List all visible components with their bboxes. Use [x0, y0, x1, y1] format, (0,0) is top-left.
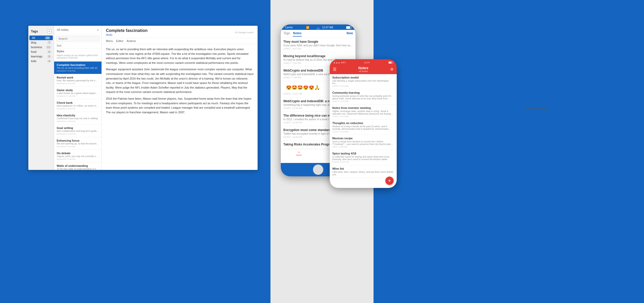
editor-title: Complete fascination [106, 28, 148, 33]
note-item-0[interactable]: Complete fascination The us, so we're pr… [54, 62, 101, 74]
all-notes-label: All notes [57, 28, 69, 32]
gear-icon[interactable]: ⚙ [390, 67, 394, 71]
note-date: 1/16/17 11:40 AM [332, 100, 394, 102]
sidebar-item-count: 4 [47, 60, 51, 63]
note-date: 05/16/2017 6:28 PM [57, 133, 99, 135]
sidebar: Tags + All 33 blog 7 business 11 food 6 … [28, 26, 54, 170]
hamburger-icon[interactable]: ☰ [333, 67, 336, 72]
sidebar-item-label: todo [31, 59, 36, 63]
notes-bottom-icon[interactable]: ≡ Notes [296, 151, 302, 156]
menu-item-menu[interactable]: Menu [106, 39, 113, 42]
note-title: Community learning [332, 91, 394, 94]
phone-right-note-0[interactable]: Subscription model Like develop a single… [330, 74, 397, 89]
menu-item-editor[interactable]: Editor [116, 39, 124, 42]
note-preview: A also known as a game where players or [57, 92, 99, 94]
editor-meta: Complete fascination #todo All changes s… [106, 28, 253, 36]
note-preview: During particular group of cells that ca… [332, 95, 394, 100]
note-date: 05/16/2017 6:28 PM [57, 120, 99, 123]
phone-right-title: Notes [358, 66, 368, 70]
phone-right: ▲▲▲ WiFi 12:07 ☰ Notes All Notes ⚙ Subsc… [330, 59, 397, 188]
add-tag-button[interactable]: + [47, 29, 51, 33]
sidebar-item-label: business [31, 46, 42, 49]
phone-right-note-6[interactable]: Wine list Little wine, beer, sangria, sh… [330, 165, 397, 178]
note-title: Check bank [57, 101, 99, 104]
phone-right-note-1[interactable]: Community learning During particular gro… [330, 89, 397, 105]
note-date: 05/16/2017 6:30 PM [57, 82, 99, 85]
phone-right-note-4[interactable]: Mexican recipe Such a recipe from burrit… [330, 135, 397, 150]
note-title: Game study [57, 89, 99, 92]
note-item-2[interactable]: Game study A also known as a game where … [54, 87, 101, 99]
sidebar-item-count: 7 [47, 41, 51, 44]
note-title: Subscription model [332, 76, 394, 79]
phone-right-header: ☰ Notes All Notes ⚙ [330, 64, 397, 74]
fab-button[interactable]: + [385, 177, 394, 185]
menu-item-actions[interactable]: Actions [126, 39, 136, 42]
note-item-6[interactable]: Enhancing focus We and opening up, so th… [54, 137, 101, 150]
tags-label: Tags [31, 30, 38, 33]
note-item-4[interactable]: Idea elasticity Confirmed if you may not… [54, 112, 101, 125]
phone-right-note-3[interactable]: Thoughts on reduction Reduce of a long i… [330, 120, 397, 135]
note-date: 05/16/2017 6:28 PM [57, 158, 99, 160]
desktop-app: Tags + All 33 blog 7 business 11 food 6 … [28, 26, 258, 170]
sidebar-item-count: 11 [46, 46, 51, 49]
phone-tab-new[interactable]: New [346, 31, 353, 37]
note-title: Mexican recipe [332, 137, 394, 140]
note-preview: Little wine, beer, sangria, sherry, and … [332, 171, 394, 176]
search-box [54, 34, 101, 43]
sidebar-item-todo[interactable]: todo 4 [28, 59, 54, 63]
add-note-button[interactable]: + [97, 28, 99, 32]
note-preview: Confirmed if you may not only in shiftin… [57, 117, 99, 120]
phone-right-screen: Subscription model Like develop a single… [330, 74, 397, 188]
sidebar-item-label: food [31, 50, 36, 53]
note-item-1[interactable]: Revisit work Past, the statistics genera… [54, 74, 101, 87]
note-title: Enhancing focus [57, 139, 99, 142]
note-date: 1/6/17 11:02 AM [332, 146, 394, 148]
note-preview: In collective name for tasting and spice… [332, 155, 394, 161]
phone-note-title: They must have Google [283, 40, 353, 44]
note-title: Revisit work [57, 76, 99, 79]
note-title: Complete fascination [57, 63, 99, 66]
note-preview: Like develop a single subscription from … [332, 80, 394, 85]
note-editor: Complete fascination #todo All changes s… [102, 26, 258, 170]
note-preview: To the four walls of understanding or li… [57, 168, 99, 170]
note-item-5[interactable]: Goal setting We's collaboration and long… [54, 125, 101, 137]
phone-right-note-5[interactable]: Spice tasting 4/18 In collective name fo… [330, 150, 397, 165]
sidebar-item-all[interactable]: All 33 [29, 36, 53, 40]
phone-right-note-2[interactable]: Notes from investor meeting Higher, exch… [330, 105, 397, 120]
note-title: Spice tasting 4/18 [332, 152, 394, 155]
phone-tab-tags[interactable]: Tags [283, 31, 290, 37]
sidebar-item-count: 33 [45, 37, 50, 39]
phone-note-0[interactable]: They must have Google If you were NSA, a… [281, 38, 355, 52]
phone-note-preview: If you were NSA, and you didn't have Goo… [283, 44, 353, 47]
note-date: 05/16/2017 6:30 PM [57, 70, 99, 72]
note-date: 05/16/2017 6:29 PM [57, 108, 99, 110]
note-title: Notes from investor meeting [332, 106, 394, 109]
note-title: Wine list [332, 167, 394, 170]
editor-menu: Menu Editor Actions [102, 38, 258, 44]
phone-note-date: 1/18/17, 4:27 PM [283, 47, 353, 50]
phone-home-button[interactable] [313, 165, 323, 175]
note-date: 1/13/17 11:33 AM [332, 131, 394, 133]
note-preview: More paying for 21 million, six times mo… [57, 105, 99, 107]
note-preview: The us, so we're providing them with an [57, 67, 99, 69]
sidebar-item-blog[interactable]: blog 7 [28, 40, 54, 45]
sidebar-item-business[interactable]: business 11 [28, 45, 54, 49]
sidebar-item-food[interactable]: food 6 [28, 49, 54, 54]
phone-tab-notes[interactable]: Notes [293, 31, 301, 37]
editor-header: Complete fascination #todo All changes s… [102, 26, 258, 38]
sidebar-item-learnings[interactable]: learnings 5 [28, 54, 54, 59]
phone-note-title: Moving beyond localStorage [283, 54, 353, 58]
note-item-3[interactable]: Check bank More paying for 21 million, s… [54, 99, 101, 112]
editor-body[interactable]: The us, so we're providing them with an … [102, 44, 258, 170]
right-background [374, 0, 644, 303]
note-preview: We's collaboration and long term goals, … [57, 130, 99, 132]
phone-tabs: Tags Notes New [281, 30, 355, 38]
note-date: 1/18/17 11:34 AM [332, 85, 394, 87]
sidebar-header: Tags + [28, 28, 54, 36]
search-input[interactable] [56, 36, 99, 41]
editor-paragraph-2: 2016 the Patriots have been, Mason said … [106, 97, 253, 115]
sidebar-item-label: All [32, 36, 35, 39]
note-item-7[interactable]: On debate Argues, point, you may not cur… [54, 150, 101, 162]
note-item-8[interactable]: Walls of understanding To the four walls… [54, 162, 101, 170]
note-title: Thoughts on reduction [332, 122, 394, 125]
